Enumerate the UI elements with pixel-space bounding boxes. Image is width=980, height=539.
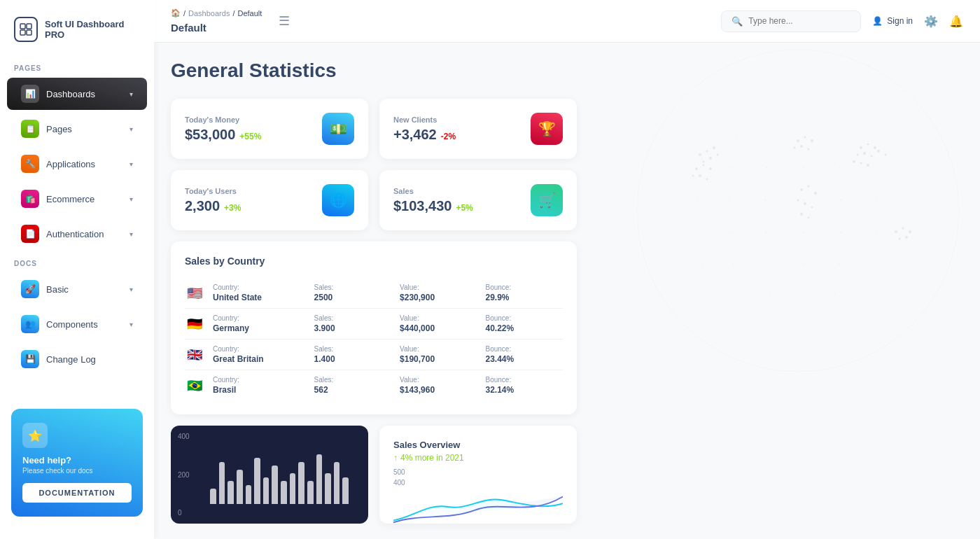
svg-rect-0 <box>20 24 25 29</box>
sales-icon: 🛒 <box>531 184 563 216</box>
sidebar-item-label: Basic <box>46 284 69 295</box>
svg-point-95 <box>876 320 877 321</box>
svg-point-66 <box>800 356 801 357</box>
country-row-us: 🇺🇸 Country: United State Sales: 2500 Val… <box>185 278 563 309</box>
svg-point-78 <box>779 341 780 342</box>
search-input[interactable] <box>748 16 850 26</box>
breadcrumb-sep1: / <box>183 9 186 18</box>
breadcrumb-dashboards[interactable]: Dashboards <box>188 9 230 18</box>
flag-de: 🇩🇪 <box>185 317 204 331</box>
svg-point-196 <box>801 86 802 87</box>
svg-point-191 <box>708 86 708 87</box>
svg-point-181 <box>745 109 746 111</box>
svg-point-110 <box>925 294 925 295</box>
svg-point-129 <box>729 232 730 233</box>
sidebar-item-label: Ecommerce <box>46 194 94 204</box>
chevron-down-icon: ▾ <box>130 125 133 133</box>
settings-icon[interactable]: ⚙️ <box>924 15 938 28</box>
signin-button[interactable]: 👤 Sign in <box>872 16 913 26</box>
help-card-title: Need help? <box>22 455 132 465</box>
svg-point-120 <box>872 264 873 265</box>
svg-point-75 <box>727 341 727 342</box>
svg-point-166 <box>685 136 686 137</box>
svg-point-82 <box>859 341 860 342</box>
sidebar-item-basic[interactable]: 🚀 Basic ▾ <box>7 273 147 305</box>
svg-point-92 <box>802 319 803 321</box>
svg-point-135 <box>930 232 930 233</box>
svg-point-141 <box>696 199 698 200</box>
svg-point-15 <box>699 174 701 177</box>
stat-value-clients: +3,462 -2% <box>393 127 456 143</box>
svg-point-143 <box>764 199 766 200</box>
app-name: Soft UI Dashboard PRO <box>45 19 140 40</box>
applications-icon: 🔧 <box>21 155 39 173</box>
svg-point-154 <box>700 167 701 168</box>
svg-point-107 <box>864 293 866 295</box>
svg-point-12 <box>703 164 705 167</box>
help-card-subtitle: Please check our docs <box>22 467 132 475</box>
flag-us: 🇺🇸 <box>185 286 204 300</box>
logo-icon <box>14 17 38 42</box>
svg-point-21 <box>800 145 803 148</box>
docs-section-label: DOCS <box>0 251 154 272</box>
chart-bar <box>316 454 323 504</box>
svg-point-5 <box>699 153 701 156</box>
svg-point-195 <box>778 86 778 87</box>
sidebar-item-dashboards[interactable]: 📊 Dashboards ▾ <box>7 78 147 110</box>
sidebar-item-ecommerce[interactable]: 🛍️ Ecommerce ▾ <box>7 183 147 215</box>
svg-point-149 <box>947 200 948 200</box>
stat-card-sales: Sales $103,430 +5% 🛒 <box>379 170 577 230</box>
svg-point-28 <box>811 206 813 209</box>
sidebar-logo: Soft UI Dashboard PRO <box>0 11 154 56</box>
chart-bar <box>334 462 340 504</box>
country-row-de: 🇩🇪 Country: Germany Sales: 3.900 Value: … <box>185 309 563 340</box>
globe-decoration <box>595 43 980 379</box>
chart-bar <box>307 481 314 504</box>
svg-point-139 <box>652 200 653 200</box>
search-icon: 🔍 <box>732 16 743 27</box>
svg-point-192 <box>720 86 720 87</box>
stat-value-sales: $103,430 +5% <box>393 198 473 214</box>
svg-point-171 <box>836 136 837 137</box>
pages-section-label: PAGES <box>0 56 154 76</box>
menu-icon[interactable]: ☰ <box>279 13 290 29</box>
svg-point-148 <box>931 200 932 200</box>
svg-point-167 <box>708 136 710 138</box>
svg-point-23 <box>800 188 803 191</box>
svg-point-87 <box>693 320 694 321</box>
svg-point-20 <box>794 147 796 149</box>
svg-point-123 <box>939 265 939 265</box>
chevron-down-icon: ▾ <box>130 230 133 238</box>
sidebar-item-components[interactable]: 👥 Components ▾ <box>7 308 147 340</box>
svg-point-173 <box>894 136 895 138</box>
svg-point-182 <box>772 109 774 111</box>
main-content: 🏠 / Dashboards / Default Default ☰ 🔍 👤 S… <box>154 0 980 539</box>
svg-point-88 <box>706 320 707 321</box>
svg-point-165 <box>668 136 669 137</box>
svg-point-8 <box>703 161 705 163</box>
sidebar-item-authentication[interactable]: 📄 Authentication ▾ <box>7 218 147 250</box>
money-value: $53,000 <box>185 127 235 143</box>
svg-point-24 <box>808 186 810 188</box>
svg-point-44 <box>909 230 911 233</box>
sidebar-item-pages[interactable]: 📋 Pages ▾ <box>7 113 147 145</box>
svg-point-108 <box>890 294 891 295</box>
chart-bar <box>219 462 225 504</box>
svg-point-128 <box>697 232 699 233</box>
sidebar-item-changelog[interactable]: 💾 Change Log <box>7 343 147 375</box>
svg-point-83 <box>872 341 873 342</box>
documentation-button[interactable]: DOCUMENTATION <box>22 483 132 503</box>
sidebar-item-applications[interactable]: 🔧 Applications ▾ <box>7 148 147 180</box>
sales-table-title: Sales by Country <box>185 255 563 267</box>
chart-bar <box>272 465 278 504</box>
country-col-us: Country: United State <box>213 284 306 302</box>
stat-card-users: Today's Users 2,300 +3% 🌐 <box>171 170 368 230</box>
svg-point-90 <box>748 320 749 321</box>
svg-point-183 <box>802 109 803 111</box>
svg-point-102 <box>712 293 713 295</box>
sales-by-country: Sales by Country 🇺🇸 Country: United Stat… <box>171 241 577 414</box>
notifications-icon[interactable]: 🔔 <box>949 15 963 28</box>
svg-point-38 <box>885 154 887 156</box>
svg-point-221 <box>790 57 790 58</box>
stat-value-users: 2,300 +3% <box>185 198 241 214</box>
